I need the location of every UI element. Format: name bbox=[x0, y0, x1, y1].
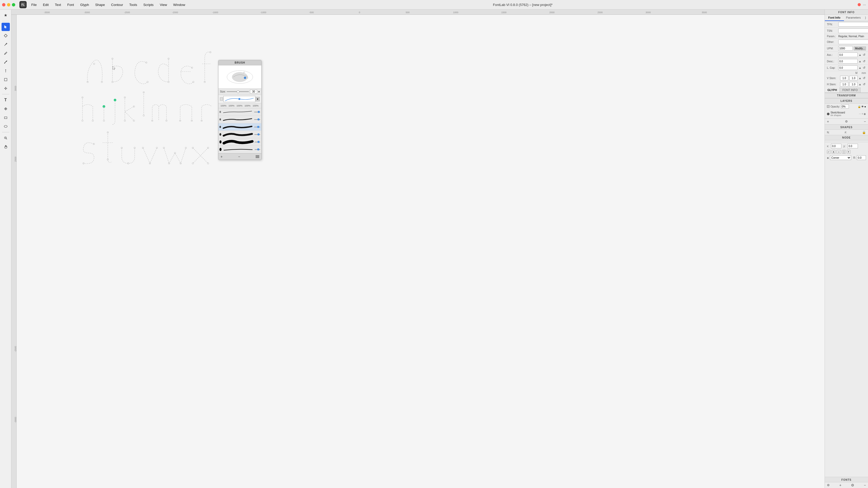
hstem-reset[interactable]: ↺ bbox=[862, 83, 866, 86]
menu-window[interactable]: Window bbox=[170, 2, 188, 8]
layer-add-icon[interactable]: + bbox=[862, 113, 863, 115]
desc-stepper-up[interactable]: ▴ bbox=[859, 59, 861, 63]
brush-item-3[interactable] bbox=[218, 123, 261, 131]
hstem-input-2[interactable] bbox=[849, 82, 858, 87]
close-button[interactable] bbox=[2, 3, 5, 6]
brush-slider-2[interactable] bbox=[254, 119, 260, 120]
menu-edit[interactable]: Edit bbox=[40, 2, 51, 8]
menu-font[interactable]: Font bbox=[65, 2, 76, 8]
menu-tools[interactable]: Tools bbox=[127, 2, 140, 8]
brush-slider-1[interactable] bbox=[254, 112, 260, 113]
node-align-v-btn[interactable]: ⌶ bbox=[842, 150, 846, 154]
lgap-stepper-up[interactable]: ▴ bbox=[859, 66, 861, 69]
layers-settings-button[interactable]: ⚙ bbox=[845, 120, 848, 123]
brush-thumb-4[interactable] bbox=[257, 133, 259, 135]
brush-slider-6[interactable] bbox=[255, 149, 260, 150]
brush-size-input[interactable]: 30 bbox=[250, 90, 257, 94]
lgap-input[interactable] bbox=[838, 65, 858, 70]
brush-menu-button[interactable] bbox=[256, 155, 259, 159]
menu-text[interactable]: Text bbox=[52, 2, 64, 8]
glyph-tab-font-info[interactable]: FONT INFO bbox=[840, 87, 861, 93]
brush-remove-button[interactable]: − bbox=[238, 155, 240, 159]
brush-slider-4[interactable] bbox=[254, 134, 260, 135]
pressure-curve-area[interactable]: ▾ bbox=[218, 95, 261, 103]
node-add-btn[interactable]: + bbox=[847, 150, 850, 154]
tool-pen[interactable] bbox=[2, 40, 10, 49]
brush-thumb-5[interactable] bbox=[257, 141, 259, 143]
fonts-settings-button[interactable]: ⚙ bbox=[851, 483, 854, 487]
tool-star[interactable]: ★ bbox=[2, 11, 10, 20]
menu-contour[interactable]: Contour bbox=[108, 2, 126, 8]
node-smooth-btn[interactable]: ∧ bbox=[832, 150, 835, 154]
brush-slider-3[interactable] bbox=[254, 127, 260, 127]
node-corner-btn[interactable]: ⌐ bbox=[827, 150, 831, 154]
canvas[interactable]: BRUSH ↗ Size: bbox=[17, 15, 825, 488]
brush-size-slider[interactable] bbox=[227, 91, 249, 92]
vstem-stepper[interactable]: ▴ bbox=[859, 76, 861, 80]
tool-shape-rect[interactable] bbox=[2, 114, 10, 122]
tsn-input[interactable] bbox=[838, 28, 868, 33]
minimize-button[interactable] bbox=[7, 3, 10, 6]
fonts-add-button[interactable]: + bbox=[839, 483, 841, 487]
layer-eye-icon[interactable]: 👁 bbox=[861, 105, 864, 108]
node-x-input[interactable] bbox=[831, 144, 841, 148]
tool-node-select[interactable] bbox=[2, 32, 10, 40]
tab-font-info[interactable]: Font Info bbox=[825, 15, 844, 21]
menu-shape[interactable]: Shape bbox=[93, 2, 107, 8]
tool-pencil[interactable] bbox=[2, 49, 10, 57]
brush-thumb-1[interactable] bbox=[258, 111, 260, 113]
brush-size-stepper[interactable]: ▾ bbox=[258, 90, 260, 94]
pressure-checkbox[interactable] bbox=[220, 97, 223, 100]
layer-visibility-toggle[interactable] bbox=[827, 105, 830, 108]
brush-thumb-3[interactable] bbox=[257, 126, 259, 128]
menu-scripts[interactable]: Scripts bbox=[141, 2, 156, 8]
layer-lock-icon[interactable]: 🔒 bbox=[858, 105, 861, 108]
brush-item-5[interactable] bbox=[218, 138, 261, 146]
layer-color-icon[interactable]: ● bbox=[864, 105, 866, 108]
vstem-input-2[interactable] bbox=[849, 76, 858, 81]
node-align-h-btn[interactable]: ↔ bbox=[836, 150, 841, 154]
fonts-gear-button[interactable]: ⚙ bbox=[827, 483, 830, 487]
menu-glyph[interactable]: Glyph bbox=[78, 2, 92, 8]
vstem-reset[interactable]: ↺ bbox=[862, 76, 866, 80]
desc-reset[interactable]: ↺ bbox=[862, 59, 866, 63]
asc-stepper-up[interactable]: ▴ bbox=[859, 53, 861, 57]
tool-eraser[interactable] bbox=[2, 75, 10, 84]
brush-item-4[interactable] bbox=[218, 131, 261, 138]
brush-size-thumb[interactable] bbox=[237, 90, 239, 93]
tool-transform[interactable] bbox=[2, 105, 10, 113]
lgap-reset[interactable]: ↺ bbox=[862, 66, 866, 69]
vstem-input-1[interactable] bbox=[840, 76, 848, 81]
hstem-input-1[interactable] bbox=[840, 82, 848, 87]
brush-slider-5[interactable] bbox=[255, 142, 260, 143]
asc-input[interactable] bbox=[838, 53, 858, 57]
tab-parameters[interactable]: Parameters bbox=[844, 15, 863, 21]
layers-add-button[interactable]: + bbox=[827, 119, 829, 124]
shapes-lock-icon[interactable]: 🔒 bbox=[862, 130, 866, 134]
tfn-input[interactable] bbox=[838, 22, 868, 27]
desc-input[interactable] bbox=[838, 59, 858, 64]
menu-file[interactable]: File bbox=[29, 2, 39, 8]
opacity-input[interactable] bbox=[841, 104, 849, 109]
pressure-curve[interactable] bbox=[223, 96, 255, 102]
menu-view[interactable]: View bbox=[157, 2, 169, 8]
pressure-expand[interactable]: ▾ bbox=[256, 97, 260, 101]
asc-reset[interactable]: ↺ bbox=[862, 53, 866, 57]
corner-type-select[interactable]: Corner bbox=[830, 155, 851, 160]
font-info-more[interactable]: ⟩ bbox=[863, 15, 868, 21]
tool-nudge[interactable] bbox=[2, 84, 10, 93]
other-input[interactable] bbox=[838, 39, 868, 44]
tool-hand[interactable] bbox=[2, 143, 10, 151]
upm-input[interactable] bbox=[838, 46, 853, 51]
tool-zoom[interactable] bbox=[2, 134, 10, 142]
layer-eye-toggle[interactable]: ◉ bbox=[864, 113, 866, 115]
brush-item-1[interactable] bbox=[218, 108, 261, 116]
brush-preview[interactable]: ↗ bbox=[218, 65, 261, 89]
hstem-stepper[interactable]: ▴ bbox=[859, 83, 861, 86]
brush-item-2[interactable] bbox=[218, 116, 261, 123]
more-icon[interactable]: ··· bbox=[863, 3, 866, 7]
upm-modify-button[interactable]: Modify... bbox=[854, 47, 866, 51]
brush-thumb-2[interactable] bbox=[257, 118, 259, 120]
glyph-tab-glyph[interactable]: GLYPH bbox=[825, 87, 840, 93]
node-y-input[interactable] bbox=[847, 144, 858, 148]
